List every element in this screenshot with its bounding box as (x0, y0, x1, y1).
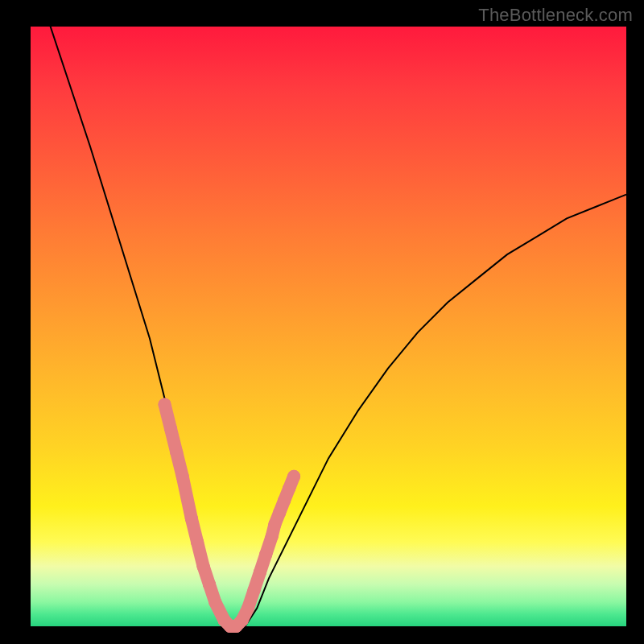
highlight-dot (283, 482, 295, 495)
highlight-dot (197, 560, 210, 573)
curve-svg (31, 27, 626, 626)
highlight-dot (185, 512, 198, 525)
highlight-dot (191, 536, 204, 549)
chart-frame: TheBottleneck.com (0, 0, 644, 644)
highlight-dot (266, 530, 279, 543)
highlight-dot (176, 470, 189, 483)
highlight-dot (259, 548, 272, 561)
highlight-dot (164, 422, 177, 435)
highlight-dot (268, 518, 281, 530)
highlight-dot (248, 584, 261, 597)
highlight-dot (242, 602, 254, 615)
highlight-dots (159, 398, 301, 633)
watermark-text: TheBottleneck.com (478, 5, 633, 26)
highlight-dot (236, 614, 249, 627)
highlight-dot (287, 470, 300, 483)
highlight-dot (170, 446, 183, 459)
bottleneck-curve-path (31, 0, 626, 626)
highlight-dot (159, 398, 171, 411)
plot-area (31, 27, 626, 626)
highlight-dot (278, 494, 291, 507)
bottleneck-curve (31, 0, 626, 626)
highlight-dot (208, 596, 221, 609)
highlight-dot (254, 566, 266, 579)
highlight-dot (203, 578, 216, 591)
highlight-dot (273, 506, 286, 519)
